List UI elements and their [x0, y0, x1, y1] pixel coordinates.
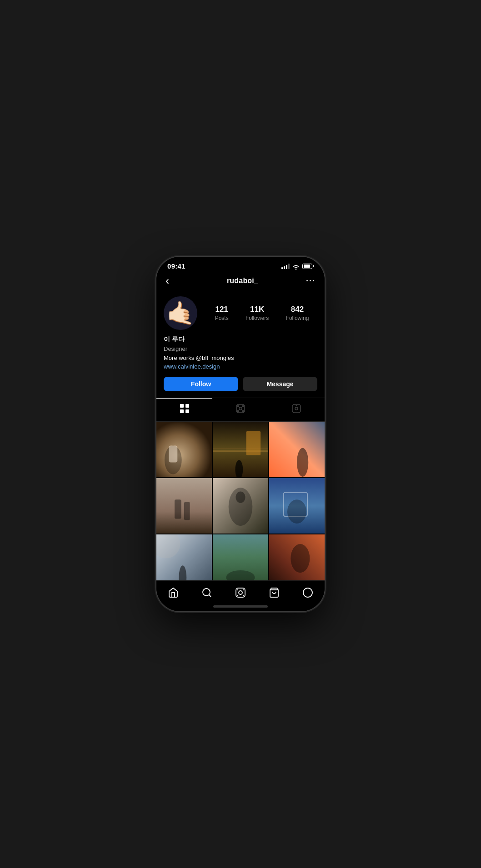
svg-rect-3 [180, 409, 184, 413]
svg-rect-44 [236, 588, 245, 597]
profile-header: 🤙🏻 121 Posts 11K Followers 842 Following [164, 296, 317, 330]
grid-cell-2[interactable] [213, 422, 268, 477]
svg-point-31 [287, 499, 306, 524]
grid-cell-6[interactable] [269, 478, 325, 534]
posts-count: 121 [215, 305, 229, 314]
svg-point-45 [239, 591, 242, 594]
svg-point-39 [291, 544, 310, 573]
svg-point-46 [237, 589, 238, 590]
grid-cell-4[interactable] [156, 478, 212, 534]
status-bar: 09:41 [156, 257, 325, 272]
nav-home[interactable] [163, 585, 183, 600]
message-button[interactable]: Message [243, 377, 317, 391]
status-time: 09:41 [167, 262, 185, 270]
profile-username: rudaboi_ [227, 277, 258, 285]
back-button[interactable]: ‹ [165, 274, 179, 287]
svg-rect-4 [185, 409, 189, 413]
phone-screen: 09:41 [156, 257, 325, 611]
profile-bio-website[interactable]: www.calvinlee.design [164, 362, 317, 371]
stat-posts[interactable]: 121 Posts [215, 305, 229, 321]
svg-rect-19 [246, 431, 261, 455]
grid-cell-8[interactable] [213, 534, 268, 581]
nav-reels[interactable] [230, 585, 251, 600]
wifi-icon [292, 264, 300, 269]
svg-rect-21 [269, 422, 325, 477]
phone-device: 09:41 [156, 257, 325, 611]
svg-rect-1 [180, 404, 184, 408]
photo-grid-container [156, 422, 325, 581]
svg-point-47 [243, 589, 244, 590]
action-buttons: Follow Message [164, 377, 317, 391]
more-options-button[interactable]: ··· [306, 276, 316, 286]
following-count: 842 [286, 305, 309, 314]
svg-rect-2 [185, 404, 189, 408]
avatar-emoji: 🤙🏻 [164, 296, 197, 330]
svg-rect-15 [169, 445, 177, 462]
svg-line-43 [209, 595, 211, 597]
profile-bio-occupation: Designer [164, 344, 317, 354]
avatar: 🤙🏻 [164, 296, 197, 330]
svg-point-9 [237, 410, 238, 411]
grid-cell-3[interactable] [269, 422, 325, 477]
svg-point-12 [295, 407, 298, 410]
nav-profile[interactable] [298, 585, 318, 600]
svg-point-0 [296, 269, 296, 269]
tab-bar [156, 398, 325, 422]
battery-icon [302, 264, 314, 269]
profile-name: 이 루다 [164, 335, 317, 344]
svg-point-8 [242, 405, 243, 406]
tab-grid[interactable] [156, 398, 212, 421]
svg-point-22 [297, 448, 308, 476]
tab-tagged[interactable] [269, 398, 325, 421]
status-icons [281, 264, 314, 269]
svg-rect-24 [175, 499, 181, 519]
svg-rect-25 [184, 502, 190, 520]
reels-icon [235, 404, 246, 416]
profile-section: 🤙🏻 121 Posts 11K Followers 842 Following [156, 292, 325, 398]
bottom-nav [156, 580, 325, 603]
photo-grid [156, 422, 325, 581]
posts-label: Posts [215, 315, 229, 321]
svg-point-28 [235, 491, 245, 503]
followers-label: Followers [246, 315, 269, 321]
grid-cell-5[interactable] [213, 478, 268, 534]
grid-cell-7[interactable] [156, 534, 212, 581]
nav-shop[interactable] [264, 585, 284, 600]
stats-row: 121 Posts 11K Followers 842 Following [206, 305, 317, 321]
home-bar [213, 605, 268, 608]
nav-bar: ‹ rudaboi_ ··· [156, 272, 325, 292]
profile-bio-works: More works @bff_mongles [164, 354, 317, 363]
tab-reels[interactable] [212, 398, 268, 421]
stat-following[interactable]: 842 Following [286, 305, 309, 321]
home-indicator [156, 603, 325, 611]
tagged-icon [291, 404, 301, 416]
svg-point-48 [237, 595, 238, 596]
svg-point-49 [243, 595, 244, 596]
svg-point-10 [242, 410, 243, 411]
grid-icon [180, 404, 190, 416]
following-label: Following [286, 315, 309, 321]
svg-point-42 [203, 589, 210, 596]
follow-button[interactable]: Follow [164, 377, 238, 391]
svg-point-6 [239, 407, 242, 410]
svg-point-51 [303, 588, 312, 597]
website-link[interactable]: www.calvinlee.design [164, 363, 220, 370]
followers-count: 11K [246, 305, 269, 314]
grid-cell-9[interactable] [269, 534, 325, 581]
svg-point-7 [237, 405, 238, 406]
svg-rect-13 [156, 422, 212, 477]
nav-search[interactable] [197, 585, 217, 600]
grid-cell-1[interactable] [156, 422, 212, 477]
stat-followers[interactable]: 11K Followers [246, 305, 269, 321]
signal-icon [281, 264, 290, 269]
